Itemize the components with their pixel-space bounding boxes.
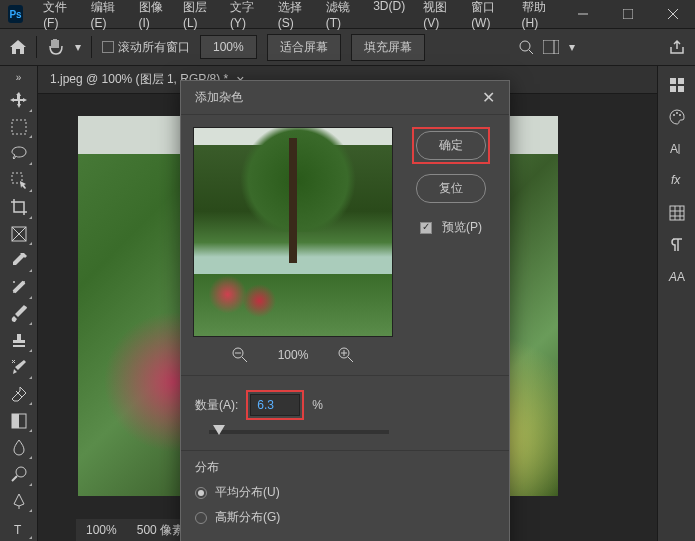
options-bar: ▾ 滚动所有窗口 100% 适合屏幕 填充屏幕 ▾: [0, 28, 695, 66]
color-panel-icon[interactable]: [668, 108, 686, 126]
quick-select-tool[interactable]: [5, 168, 33, 193]
svg-point-14: [13, 281, 15, 283]
frame-tool[interactable]: [5, 222, 33, 247]
highlight-marker: [246, 390, 304, 420]
amount-input[interactable]: [250, 394, 300, 416]
preview-checkbox[interactable]: 预览(P): [420, 219, 482, 236]
dropdown-arrow-icon[interactable]: ▾: [569, 40, 575, 54]
uniform-radio[interactable]: 平均分布(U): [195, 484, 495, 501]
styles-panel-icon[interactable]: fx: [668, 172, 686, 190]
menu-file[interactable]: 文件(F): [35, 0, 80, 34]
pen-tool[interactable]: [5, 489, 33, 514]
workspace-icon[interactable]: [543, 40, 559, 54]
app-logo: Ps: [8, 5, 23, 23]
svg-line-45: [348, 357, 353, 362]
crop-tool[interactable]: [5, 195, 33, 220]
dialog-titlebar[interactable]: 添加杂色 ✕: [181, 81, 509, 115]
svg-rect-8: [12, 120, 26, 134]
amount-unit: %: [312, 398, 323, 412]
svg-rect-32: [670, 206, 684, 220]
svg-text:T: T: [14, 523, 22, 537]
marquee-tool[interactable]: [5, 115, 33, 140]
close-button[interactable]: [650, 0, 695, 28]
right-panels: A fx AA: [657, 66, 695, 541]
svg-text:A: A: [670, 142, 678, 156]
search-icon[interactable]: [519, 40, 533, 54]
minimize-button[interactable]: [560, 0, 605, 28]
dialog-close-icon[interactable]: ✕: [482, 88, 495, 107]
eyedropper-tool[interactable]: [5, 248, 33, 273]
menu-layer[interactable]: 图层(L): [175, 0, 220, 34]
move-tool[interactable]: [5, 88, 33, 113]
distribution-label: 分布: [195, 459, 495, 476]
menu-filter[interactable]: 滤镜(T): [318, 0, 363, 34]
menu-image[interactable]: 图像(I): [131, 0, 173, 34]
panel-icon[interactable]: [668, 76, 686, 94]
gaussian-radio[interactable]: 高斯分布(G): [195, 509, 495, 526]
svg-point-15: [23, 281, 25, 283]
history-brush-tool[interactable]: [5, 355, 33, 380]
svg-point-28: [679, 114, 681, 116]
zoom-out-icon[interactable]: [232, 347, 248, 363]
swatches-panel-icon[interactable]: [668, 204, 686, 222]
share-icon[interactable]: [669, 39, 685, 55]
svg-point-4: [520, 41, 530, 51]
menu-type[interactable]: 文字(Y): [222, 0, 268, 34]
scroll-all-checkbox[interactable]: 滚动所有窗口: [102, 39, 190, 56]
svg-rect-18: [12, 414, 19, 428]
amount-label: 数量(A):: [195, 397, 238, 414]
menu-help[interactable]: 帮助(H): [514, 0, 560, 34]
svg-point-26: [673, 114, 675, 116]
reset-button[interactable]: 复位: [416, 174, 486, 203]
paragraph-panel-icon[interactable]: [668, 236, 686, 254]
dropdown-arrow-icon[interactable]: ▾: [75, 40, 81, 54]
menu-view[interactable]: 视图(V): [415, 0, 461, 34]
svg-line-5: [529, 50, 533, 54]
amount-slider[interactable]: [209, 430, 389, 434]
slider-thumb[interactable]: [213, 425, 225, 435]
healing-tool[interactable]: [5, 275, 33, 300]
fill-screen-button[interactable]: 填充屏幕: [351, 34, 425, 61]
lasso-tool[interactable]: [5, 141, 33, 166]
svg-text:fx: fx: [671, 173, 681, 187]
svg-text:A: A: [668, 270, 677, 284]
distribution-section: 分布 平均分布(U) 高斯分布(G): [181, 450, 509, 541]
character-panel-icon[interactable]: A: [668, 140, 686, 158]
stamp-tool[interactable]: [5, 328, 33, 353]
zoom-in-icon[interactable]: [338, 347, 354, 363]
status-zoom[interactable]: 100%: [86, 523, 117, 537]
home-icon[interactable]: [10, 40, 26, 54]
collapse-icon[interactable]: »: [16, 72, 22, 83]
menu-3d[interactable]: 3D(D): [365, 0, 413, 34]
gradient-tool[interactable]: [5, 408, 33, 433]
ok-button[interactable]: 确定: [416, 131, 486, 160]
svg-rect-25: [678, 86, 684, 92]
hand-tool-icon[interactable]: [47, 38, 65, 56]
eraser-tool[interactable]: [5, 382, 33, 407]
amount-section: 数量(A): %: [181, 375, 509, 450]
menu-window[interactable]: 窗口(W): [463, 0, 511, 34]
preview-zoom-value: 100%: [278, 348, 309, 362]
preview-section: 100%: [193, 127, 393, 363]
zoom-value[interactable]: 100%: [200, 35, 257, 59]
svg-text:A: A: [677, 270, 685, 284]
dodge-tool[interactable]: [5, 462, 33, 487]
svg-point-16: [13, 291, 15, 293]
add-noise-dialog: 添加杂色 ✕ 100% 确定 复位 预览(P) 数量(A): %: [180, 80, 510, 541]
menu-select[interactable]: 选择(S): [270, 0, 316, 34]
maximize-button[interactable]: [605, 0, 650, 28]
glyphs-panel-icon[interactable]: AA: [668, 268, 686, 286]
title-bar: Ps 文件(F) 编辑(E) 图像(I) 图层(L) 文字(Y) 选择(S) 滤…: [0, 0, 695, 28]
divider: [91, 36, 92, 58]
menu-bar: 文件(F) 编辑(E) 图像(I) 图层(L) 文字(Y) 选择(S) 滤镜(T…: [35, 0, 560, 34]
tools-panel: » T: [0, 66, 38, 541]
menu-edit[interactable]: 编辑(E): [83, 0, 129, 34]
brush-tool[interactable]: [5, 302, 33, 327]
type-tool[interactable]: T: [5, 515, 33, 540]
window-controls: [560, 0, 695, 28]
fit-screen-button[interactable]: 适合屏幕: [267, 34, 341, 61]
blur-tool[interactable]: [5, 435, 33, 460]
preview-image[interactable]: [193, 127, 393, 337]
svg-rect-1: [623, 9, 633, 19]
preview-label: 预览(P): [442, 219, 482, 236]
